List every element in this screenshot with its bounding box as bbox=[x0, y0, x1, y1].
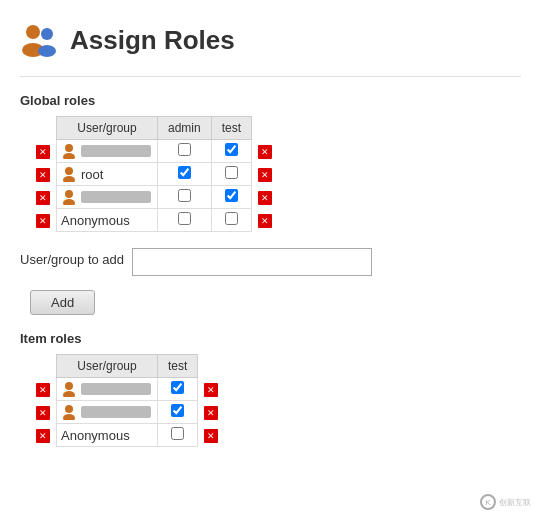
svg-point-6 bbox=[65, 167, 73, 175]
user-icon bbox=[61, 166, 77, 182]
delete-row1-right-button[interactable] bbox=[258, 145, 272, 159]
user-icon bbox=[61, 189, 77, 205]
user-name-bar bbox=[81, 406, 151, 418]
user-icon bbox=[61, 143, 77, 159]
item-roles-title: Item roles bbox=[20, 331, 521, 346]
delete-row2-right-button[interactable] bbox=[258, 168, 272, 182]
svg-point-8 bbox=[65, 190, 73, 198]
user-icon bbox=[61, 404, 77, 420]
admin-checkbox-row4[interactable] bbox=[178, 212, 191, 225]
delete-row4-right-button[interactable] bbox=[258, 214, 272, 228]
user-name-bar bbox=[81, 191, 151, 203]
watermark-circle-icon: K bbox=[480, 494, 496, 510]
delete-irow3-button[interactable] bbox=[36, 429, 50, 443]
table-row bbox=[30, 186, 278, 209]
svg-point-5 bbox=[63, 153, 75, 159]
admin-checkbox-row2[interactable] bbox=[178, 166, 191, 179]
test-checkbox-row3[interactable] bbox=[225, 189, 238, 202]
delete-row3-button[interactable] bbox=[36, 191, 50, 205]
username-anonymous-item: Anonymous bbox=[61, 428, 130, 443]
admin-checkbox-row1[interactable] bbox=[178, 143, 191, 156]
add-user-input[interactable] bbox=[132, 248, 372, 276]
test-checkbox-irow3[interactable] bbox=[171, 427, 184, 440]
svg-point-9 bbox=[63, 199, 75, 205]
table-row: Anonymous bbox=[30, 209, 278, 232]
delete-irow2-button[interactable] bbox=[36, 406, 50, 420]
delete-row1-button[interactable] bbox=[36, 145, 50, 159]
table-row bbox=[30, 401, 224, 424]
test-checkbox-row2[interactable] bbox=[225, 166, 238, 179]
item-roles-table: User/group test bbox=[30, 354, 224, 447]
global-roles-title: Global roles bbox=[20, 93, 521, 108]
test-checkbox-irow1[interactable] bbox=[171, 381, 184, 394]
svg-point-11 bbox=[63, 391, 75, 397]
table-row: Anonymous bbox=[30, 424, 224, 447]
svg-point-12 bbox=[65, 405, 73, 413]
assign-roles-icon bbox=[20, 20, 60, 60]
delete-row2-button[interactable] bbox=[36, 168, 50, 182]
item-col-usergroup: User/group bbox=[57, 355, 158, 378]
delete-irow3-right-button[interactable] bbox=[204, 429, 218, 443]
global-roles-section: Global roles User/group admin test bbox=[20, 93, 521, 232]
svg-point-10 bbox=[65, 382, 73, 390]
delete-irow1-button[interactable] bbox=[36, 383, 50, 397]
test-checkbox-row1[interactable] bbox=[225, 143, 238, 156]
svg-point-3 bbox=[38, 45, 56, 57]
watermark: K 创新互联 bbox=[480, 494, 531, 510]
delete-row3-right-button[interactable] bbox=[258, 191, 272, 205]
user-name-bar bbox=[81, 383, 151, 395]
table-row bbox=[30, 378, 224, 401]
admin-checkbox-row3[interactable] bbox=[178, 189, 191, 202]
item-col-test: test bbox=[158, 355, 198, 378]
table-row: root bbox=[30, 163, 278, 186]
username-anonymous: Anonymous bbox=[61, 213, 130, 228]
page-title: Assign Roles bbox=[70, 25, 235, 56]
test-checkbox-irow2[interactable] bbox=[171, 404, 184, 417]
global-roles-table: User/group admin test bbox=[30, 116, 278, 232]
delete-row4-button[interactable] bbox=[36, 214, 50, 228]
test-checkbox-row4[interactable] bbox=[225, 212, 238, 225]
page-header: Assign Roles bbox=[20, 10, 521, 77]
svg-point-0 bbox=[26, 25, 40, 39]
add-button[interactable]: Add bbox=[30, 290, 95, 315]
item-roles-section: Item roles User/group test bbox=[20, 331, 521, 447]
user-icon bbox=[61, 381, 77, 397]
global-col-test: test bbox=[211, 117, 251, 140]
svg-point-13 bbox=[63, 414, 75, 420]
global-col-usergroup: User/group bbox=[57, 117, 158, 140]
table-row bbox=[30, 140, 278, 163]
add-label: User/group to add bbox=[20, 248, 124, 267]
svg-point-2 bbox=[41, 28, 53, 40]
global-col-admin: admin bbox=[158, 117, 212, 140]
add-user-section: User/group to add Add bbox=[20, 248, 521, 315]
user-name-bar bbox=[81, 145, 151, 157]
svg-point-7 bbox=[63, 176, 75, 182]
delete-irow1-right-button[interactable] bbox=[204, 383, 218, 397]
watermark-text: 创新互联 bbox=[499, 497, 531, 508]
delete-irow2-right-button[interactable] bbox=[204, 406, 218, 420]
svg-point-4 bbox=[65, 144, 73, 152]
username-root: root bbox=[81, 167, 103, 182]
